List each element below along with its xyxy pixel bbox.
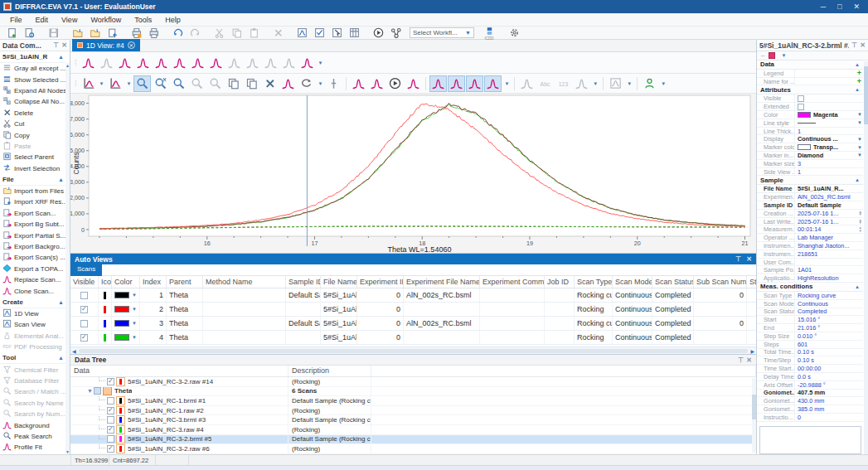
copy-data-icon[interactable] [243, 75, 260, 92]
property-creation[interactable]: Creation ...2025-07-16 1...▲▼ [757, 210, 863, 218]
section-file[interactable]: File▲ [0, 174, 65, 186]
chevron-down-icon[interactable]: ▼ [132, 293, 137, 298]
property-instrumen[interactable]: Instrumen...218651 [757, 250, 863, 259]
chevron-down-icon[interactable]: ▼ [781, 53, 786, 58]
import-file-icon[interactable] [86, 27, 103, 39]
property-scan-status[interactable]: Scan StatusCompleted [757, 308, 863, 317]
property-scan-mode[interactable]: Scan ModeContinuous [757, 300, 863, 308]
property-display[interactable]: DisplayContinuous ...▼ [757, 135, 863, 143]
column-icon[interactable]: Icon [99, 276, 112, 288]
property-user-com[interactable]: User Com... [757, 259, 863, 267]
property-goniomet[interactable]: Goniomet...407.5 mm [757, 390, 863, 398]
data-tree-scrollbar[interactable] [752, 378, 756, 453]
section-create[interactable]: Create▲ [0, 297, 65, 308]
open-file-icon[interactable] [69, 27, 85, 39]
fourier-smooth-icon[interactable] [116, 55, 133, 71]
toolbar-grip[interactable]: ⁞ [75, 59, 76, 67]
displacement-icon[interactable] [153, 55, 170, 71]
tree-row-5[interactable]: 5#Si_1uAlN_RC-3.raw #4(Rocking) [70, 425, 756, 435]
smooth-icon[interactable] [134, 55, 152, 71]
tree-row-0[interactable]: 5#Si_1uAlN_RC-3-2.raw #14(Rocking) [70, 377, 756, 387]
gear-icon[interactable] [506, 27, 522, 39]
menu-file[interactable]: File [3, 16, 29, 24]
table-panel-icon[interactable] [346, 27, 362, 39]
restore-button[interactable]: □ [837, 2, 841, 11]
spinner-control[interactable]: ▲▼ [859, 219, 863, 225]
property-marker-color[interactable]: Marker colorTransp...▼ [757, 143, 863, 152]
tree-row-3[interactable]: 5#Si_1uAlN_RC-1.raw #2(Rocking) [70, 406, 756, 416]
print-batch-icon[interactable] [128, 27, 144, 39]
command-profile-fit[interactable]: Profile Fit [0, 442, 65, 453]
collapse-icon[interactable]: ‒ [761, 51, 764, 59]
chevron-down-icon[interactable]: ▼ [132, 307, 137, 312]
pin-icon[interactable]: ⊤ [851, 41, 857, 49]
file-preview-icon[interactable] [21, 27, 37, 39]
edit-scan-icon[interactable] [279, 75, 297, 92]
visible-checkbox[interactable] [107, 445, 114, 453]
property-marker-size[interactable]: Marker size3 [757, 160, 863, 168]
expander-icon[interactable]: ▼ [87, 388, 94, 394]
property-name-for[interactable]: Name for ...+ [757, 78, 863, 86]
undo-icon[interactable] [169, 27, 186, 39]
command-import-from-files[interactable]: Import from Files [0, 186, 65, 196]
command-export-scan-s[interactable]: Export Scan(s) ... [0, 252, 65, 263]
property-experimen[interactable]: Experimen...AlN_002s_RC.bsml [757, 193, 863, 201]
batch-peaks-icon[interactable] [298, 55, 316, 71]
visible-checkbox[interactable] [80, 320, 88, 327]
property-visible[interactable]: Visible [757, 94, 863, 103]
column-data[interactable]: Data [70, 366, 289, 376]
column-parent[interactable]: Parent [167, 276, 203, 288]
command-export-a-topa[interactable]: Export a TOPA... [0, 264, 65, 274]
tree-row-6[interactable]: 5#Si_1uAlN_RC-3-2.brml #5Default Sample … [70, 435, 756, 445]
chevron-down-icon[interactable]: ▼ [504, 81, 509, 86]
command-export-scan[interactable]: Export Scan... [0, 208, 65, 219]
view-3d-icon[interactable] [484, 75, 502, 92]
rotate-view-icon[interactable] [298, 75, 315, 92]
zoom-in-icon[interactable] [152, 75, 169, 92]
property-operator[interactable]: Operator ...Lab Manager [757, 234, 863, 242]
zoom-mode-icon[interactable] [133, 75, 151, 92]
chevron-down-icon[interactable]: ▼ [318, 61, 323, 65]
checkbox[interactable] [798, 104, 804, 110]
visible-checkbox[interactable] [80, 306, 88, 313]
workflow-select[interactable]: Select Workfl...▼ [410, 27, 474, 38]
tab-1d-view[interactable]: 1D View: #4 ✕ [72, 39, 140, 51]
sidebar-scrollbar[interactable]: ▲▼ [65, 63, 70, 454]
color-swatch[interactable] [114, 306, 129, 313]
property-file-name[interactable]: File Name5#Si_1uAlN_R... [757, 185, 863, 193]
column-scan-mode[interactable]: Scan Mode [613, 276, 652, 288]
chart-area[interactable]: 01,0002,0003,0004,0005,0006,0007,0008,00… [70, 94, 756, 253]
workflow-icon[interactable] [387, 27, 404, 39]
view-panel-icon[interactable] [293, 27, 310, 39]
property-goniomet[interactable]: Goniomet...385.0 mm [757, 405, 863, 414]
property-marker-in[interactable]: Marker in...Diamond▼ [757, 152, 863, 160]
menu-help[interactable]: Help [158, 16, 187, 24]
selection-group-header[interactable]: 5#Si_1uAlN_R▲ [0, 51, 65, 63]
close-icon[interactable]: ✕ [61, 41, 67, 49]
color-swatch[interactable] [114, 334, 129, 341]
chevron-down-icon[interactable]: ▼ [627, 81, 632, 86]
visible-checkbox[interactable] [94, 387, 101, 395]
x-axis-scale-icon[interactable] [80, 75, 97, 92]
add-icon[interactable]: + [857, 78, 863, 85]
x-offset-icon[interactable] [171, 55, 188, 71]
tab-close-icon[interactable]: ✕ [128, 41, 135, 49]
chevron-down-icon[interactable]: ▼ [126, 81, 131, 86]
property-steps[interactable]: Steps601 [757, 341, 863, 349]
property-line-style[interactable]: Line style▼ [757, 119, 863, 128]
command-scan-view[interactable]: Scan View [0, 319, 65, 330]
property-sample-po[interactable]: Sample Po...1A01 [757, 266, 863, 274]
pin-icon[interactable]: ⊤ [735, 255, 741, 263]
property-instrumen[interactable]: Instrumen...Shanghai Jiaoton... [757, 242, 863, 250]
scan-color-swatch-icon[interactable] [769, 52, 775, 59]
toolbar-grip[interactable]: ⁞ [75, 80, 76, 88]
property-last-write[interactable]: Last Write...2025-07-16 1...▲▼ [757, 218, 863, 226]
scroll-thumb[interactable] [79, 349, 749, 353]
menu-tools[interactable]: Tools [128, 16, 158, 24]
chevron-down-icon[interactable]: ▼ [857, 112, 863, 117]
column-description[interactable]: Description [289, 366, 371, 376]
chevron-down-icon[interactable]: ▼ [99, 81, 104, 86]
menu-edit[interactable]: Edit [29, 16, 56, 24]
command-export-backgro[interactable]: Export Backgro... [0, 241, 65, 252]
pin-icon[interactable]: ⊤ [738, 356, 744, 364]
